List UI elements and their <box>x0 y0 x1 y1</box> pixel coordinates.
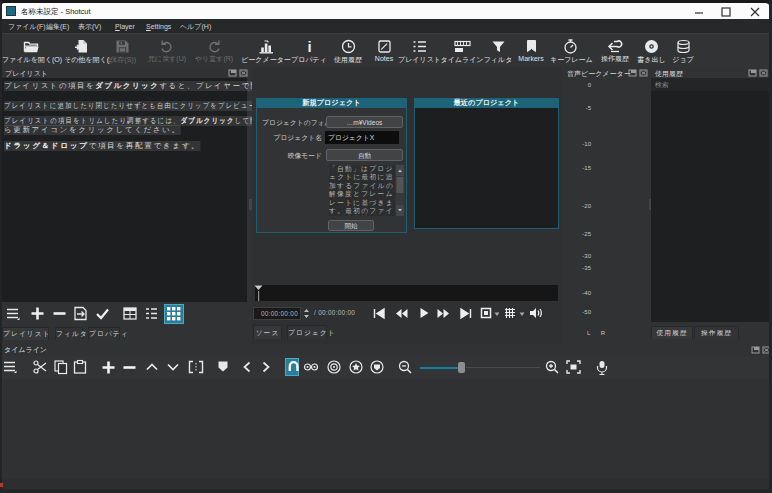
svg-text:i: i <box>307 38 311 55</box>
